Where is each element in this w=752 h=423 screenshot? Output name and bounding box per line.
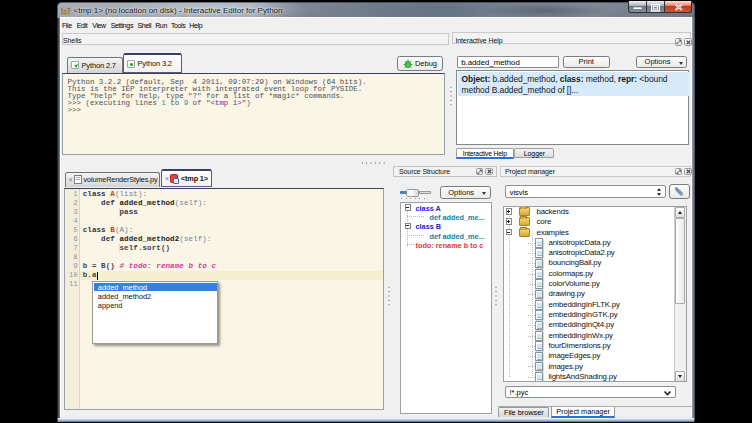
svg-text:ie?: ie? (61, 7, 71, 16)
